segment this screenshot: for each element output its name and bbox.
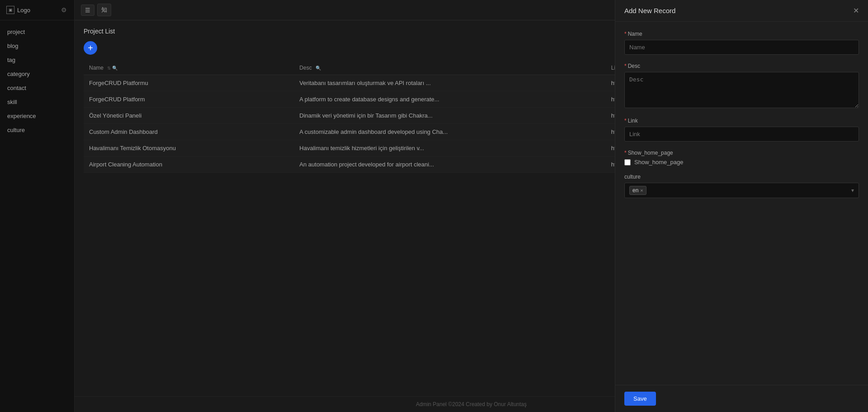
culture-select[interactable]: en × ▾ bbox=[624, 183, 859, 198]
form-group-show-home-page: * Show_home_page Show_home_page bbox=[624, 150, 859, 166]
sidebar-item-category[interactable]: category bbox=[0, 67, 74, 81]
show-home-page-checkbox[interactable] bbox=[624, 159, 631, 166]
name-input[interactable] bbox=[624, 40, 859, 55]
cell-name: Özel Yönetici Paneli bbox=[84, 108, 294, 124]
panel-header: Add New Record ✕ bbox=[615, 0, 868, 22]
cell-desc: Havalimanı temizlik hizmetleri için geli… bbox=[294, 140, 605, 156]
culture-tag-en-label: en bbox=[632, 187, 638, 194]
name-required-star: * bbox=[624, 31, 627, 37]
col-header-name: Name ⇅ 🔍 bbox=[84, 61, 294, 75]
cell-name: Custom Admin Dashboard bbox=[84, 124, 294, 140]
col-header-desc: Desc 🔍 bbox=[294, 61, 605, 75]
show-home-page-row: Show_home_page bbox=[624, 159, 859, 166]
form-group-link: * Link bbox=[624, 118, 859, 142]
name-label: * Name bbox=[624, 31, 859, 37]
sidebar-item-tag[interactable]: tag bbox=[0, 53, 74, 67]
sidebar-logo-area: ▣ Logo ⚙ bbox=[0, 0, 74, 20]
sidebar-item-blog[interactable]: blog bbox=[0, 39, 74, 53]
select-dropdown-arrow: ▾ bbox=[851, 187, 854, 194]
search-icon-desc[interactable]: 🔍 bbox=[316, 66, 321, 71]
toolbar-list-btn[interactable]: ☰ bbox=[81, 5, 94, 16]
cell-name: Airport Cleaning Automation bbox=[84, 156, 294, 173]
desc-label: * Desc bbox=[624, 63, 859, 69]
cell-desc: A platform to create database designs an… bbox=[294, 91, 605, 108]
panel-close-button[interactable]: ✕ bbox=[853, 6, 859, 15]
panel-footer: Save bbox=[615, 385, 868, 412]
save-button[interactable]: Save bbox=[624, 392, 656, 406]
add-record-panel: Add New Record ✕ * Name * Desc * bbox=[615, 0, 868, 412]
main-content: ☰ 知 Project List + Name ⇅ 🔍 bbox=[75, 0, 868, 412]
form-group-culture: culture en × ▾ bbox=[624, 174, 859, 198]
cell-desc: Veritabanı tasarımları oluşturmak ve API… bbox=[294, 75, 605, 91]
link-label: * Link bbox=[624, 118, 859, 124]
sidebar-item-culture[interactable]: culture bbox=[0, 123, 74, 137]
cell-desc: An automation project developed for airp… bbox=[294, 156, 605, 173]
cell-name: ForgeCRUD Platform bbox=[84, 91, 294, 108]
desc-required-star: * bbox=[624, 63, 627, 69]
panel-body: * Name * Desc * Link bbox=[615, 22, 868, 385]
show-home-required-star: * bbox=[624, 150, 627, 156]
show-home-page-label: * Show_home_page bbox=[624, 150, 859, 156]
footer-text: Admin Panel ©2024 Created by Onur Altunt… bbox=[416, 401, 527, 407]
sort-icon-name[interactable]: ⇅ bbox=[107, 66, 111, 71]
desc-textarea[interactable] bbox=[624, 72, 859, 108]
logo-label: Logo bbox=[17, 7, 30, 14]
sidebar-item-project[interactable]: project bbox=[0, 25, 74, 39]
show-home-page-checkbox-label: Show_home_page bbox=[634, 159, 683, 166]
logo-icon: ▣ bbox=[6, 6, 14, 14]
toolbar-kanji-btn[interactable]: 知 bbox=[97, 4, 111, 16]
cell-name: ForgeCRUD Platformu bbox=[84, 75, 294, 91]
link-required-star: * bbox=[624, 118, 627, 124]
sidebar-nav: projectblogtagcategorycontactskillexperi… bbox=[0, 20, 74, 412]
sidebar: ▣ Logo ⚙ projectblogtagcategorycontactsk… bbox=[0, 0, 75, 412]
culture-tag-en-remove[interactable]: × bbox=[640, 188, 643, 193]
cell-desc: Dinamik veri yönetimi için bir Tasarım g… bbox=[294, 108, 605, 124]
culture-tag-en: en × bbox=[629, 186, 646, 195]
add-record-button[interactable]: + bbox=[84, 41, 97, 55]
panel-title: Add New Record bbox=[624, 7, 675, 14]
theme-toggle-button[interactable]: ⚙ bbox=[60, 5, 68, 14]
link-input[interactable] bbox=[624, 127, 859, 142]
form-group-desc: * Desc bbox=[624, 63, 859, 109]
sidebar-item-contact[interactable]: contact bbox=[0, 81, 74, 95]
culture-label: culture bbox=[624, 174, 859, 180]
sidebar-item-experience[interactable]: experience bbox=[0, 109, 74, 123]
culture-tags: en × bbox=[629, 186, 646, 195]
form-group-name: * Name bbox=[624, 31, 859, 55]
sidebar-item-skill[interactable]: skill bbox=[0, 95, 74, 109]
cell-desc: A customizable admin dashboard developed… bbox=[294, 124, 605, 140]
logo: ▣ Logo bbox=[6, 6, 30, 14]
cell-name: Havalimanı Temizlik Otomasyonu bbox=[84, 140, 294, 156]
search-icon-name[interactable]: 🔍 bbox=[112, 66, 118, 71]
